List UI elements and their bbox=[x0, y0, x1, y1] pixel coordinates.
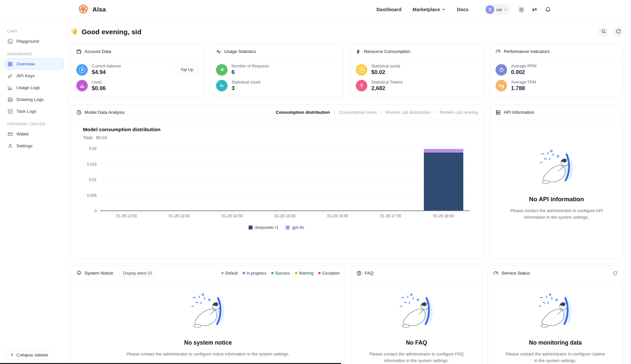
greeting-text: Good evening, sid bbox=[82, 28, 141, 36]
sidebar-item-usage-logs[interactable]: Usage Logs bbox=[4, 82, 64, 93]
gridline bbox=[100, 163, 470, 164]
legend-item-deepseek-r1[interactable]: deepseek-r1 bbox=[249, 225, 279, 230]
card-title: FAQ bbox=[365, 271, 374, 276]
key-icon bbox=[8, 73, 13, 79]
resource-consumption-card: Resource Consumption ¥ Statistical quota… bbox=[350, 44, 483, 97]
pie-chart-icon bbox=[76, 110, 82, 115]
stat-used: Used $0.06 bbox=[76, 80, 198, 92]
question-circle-icon bbox=[356, 271, 362, 276]
card-title: Resource Consumption bbox=[364, 49, 410, 54]
notifications-bell-icon[interactable] bbox=[545, 7, 551, 13]
used-bars-icon bbox=[76, 80, 88, 91]
tab-consumption-distribution[interactable]: Consumption distribution bbox=[276, 110, 330, 115]
stat-requests: Number of Requests 6 bbox=[216, 64, 338, 76]
chevron-down-icon bbox=[442, 7, 446, 12]
x-tick-label: 01-29 16:00 bbox=[311, 214, 364, 218]
refresh-button[interactable] bbox=[613, 27, 623, 37]
nav-dashboard[interactable]: Dashboard bbox=[376, 7, 401, 12]
language-translate-icon[interactable]: x̄A bbox=[532, 8, 537, 12]
avatar: S bbox=[486, 5, 494, 14]
y-tick-label: 0.015 bbox=[83, 162, 97, 167]
nav-docs[interactable]: Docs bbox=[457, 7, 468, 12]
stat-tpm: Ag Average TPM 1.788 bbox=[496, 80, 618, 92]
chart-plot bbox=[100, 149, 470, 211]
token-t-icon: T bbox=[356, 80, 367, 91]
empty-title: No FAQ bbox=[406, 339, 427, 346]
bar-segment-deepseek-r1 bbox=[424, 153, 463, 210]
chevron-down-icon bbox=[504, 7, 507, 12]
activity-icon bbox=[216, 49, 221, 54]
sidebar-item-drawing-logs[interactable]: Drawing Logs bbox=[4, 94, 64, 105]
brand-logo[interactable]: Alsa bbox=[78, 4, 106, 16]
empty-title: No system notice bbox=[184, 339, 232, 346]
y-tick-label: 0.01 bbox=[83, 178, 97, 182]
legend-item-gpt-4o[interactable]: gpt-4o bbox=[286, 225, 304, 230]
performance-indicators-card: Performance Indicators Average RPM 0.002 bbox=[490, 44, 623, 97]
nav-marketplace[interactable]: Marketplace bbox=[413, 7, 446, 12]
usage-statistics-card: Usage Statistics Number of Requests 6 bbox=[210, 44, 344, 97]
sidebar-item-task-logs[interactable]: Task Logs bbox=[4, 106, 64, 117]
x-tick-mark bbox=[390, 210, 391, 212]
main-content: Good evening, sid bbox=[68, 19, 631, 364]
waving-hand-icon bbox=[71, 27, 79, 37]
sidebar-item-api-keys[interactable]: API Keys bbox=[4, 70, 64, 81]
server-stack-icon bbox=[496, 110, 501, 115]
section-title-personal-center: PERSONAL CENTER bbox=[7, 122, 64, 126]
search-button[interactable] bbox=[598, 27, 608, 37]
gridline bbox=[100, 195, 470, 195]
x-tick-mark bbox=[232, 210, 232, 212]
theme-toggle-sun-icon[interactable] bbox=[518, 7, 524, 13]
y-axis-labels: 00.0050.010.0150.02 bbox=[83, 149, 100, 211]
x-tick-label: 01-29 13:00 bbox=[153, 214, 206, 218]
sidebar-item-settings[interactable]: Settings bbox=[4, 140, 64, 151]
x-tick-mark bbox=[126, 210, 127, 212]
empty-illustration bbox=[182, 293, 234, 332]
stat-quota: ¥ Statistical quota $0.02 bbox=[356, 64, 478, 76]
top-bar: Alsa Dashboard Marketplace Docs S sid x̄… bbox=[0, 0, 631, 19]
consumption-chart: Model consumption distribution Total:$0.… bbox=[71, 120, 483, 230]
tab-consumption-trend[interactable]: Consumption trend bbox=[339, 110, 376, 115]
api-information-card: API Information No API information Pleas… bbox=[490, 105, 623, 258]
empty-illustration bbox=[530, 149, 583, 188]
refresh-icon[interactable] bbox=[613, 271, 618, 276]
top-nav: Dashboard Marketplace Docs S sid bbox=[376, 4, 510, 15]
card-title: Account Data bbox=[85, 49, 111, 54]
x-tick-label: 01-29 18:00 bbox=[417, 214, 470, 218]
stat-current-balance: ¥ Current balance $4.94 Top Up bbox=[76, 64, 198, 76]
service-status-empty-state: No monitoring data Please contact the ad… bbox=[488, 281, 623, 364]
user-name: sid bbox=[496, 7, 502, 12]
x-tick-mark bbox=[179, 210, 180, 212]
x-axis-labels: 01-29 12:0001-29 13:0001-29 14:0001-29 1… bbox=[100, 214, 470, 218]
x-tick-label: 01-29 14:00 bbox=[206, 214, 258, 218]
card-title: System Notice bbox=[85, 271, 113, 276]
average-ag-icon: Ag bbox=[496, 80, 507, 91]
gridline bbox=[100, 148, 470, 148]
model-data-analysis-card: Model Data Analysis Consumption distribu… bbox=[71, 105, 483, 258]
refresh-icon bbox=[616, 29, 621, 35]
account-data-card: Account Data ¥ Current balance $4.94 Top… bbox=[71, 44, 204, 97]
bar-chart-icon bbox=[8, 85, 13, 90]
stopwatch-icon bbox=[496, 64, 507, 76]
top-up-button[interactable]: Top Up bbox=[175, 65, 198, 74]
pulse-icon bbox=[216, 80, 228, 91]
card-title: API Information bbox=[504, 110, 534, 115]
stat-count: Statistical count 3 bbox=[216, 80, 338, 92]
tab-models-call-distribution[interactable]: Models call distribution bbox=[386, 110, 431, 115]
collapse-sidebar-button[interactable]: Collapse sidebar bbox=[5, 350, 54, 360]
api-info-empty-state: No API information Please contact the ad… bbox=[490, 120, 623, 221]
sidebar-item-overview[interactable]: Overview bbox=[4, 59, 64, 69]
faq-card: FAQ No FAQ Please contact the administra… bbox=[351, 265, 482, 364]
sidebar-item-playground[interactable]: Playground bbox=[4, 36, 64, 47]
analysis-tabs: Consumption distribution / Consumption t… bbox=[276, 110, 478, 115]
user-menu[interactable]: S sid bbox=[484, 4, 510, 15]
faq-empty-state: No FAQ Please contact the administrator … bbox=[351, 281, 482, 364]
y-tick-label: 0.005 bbox=[83, 193, 97, 198]
wallet-card-icon bbox=[8, 132, 13, 137]
sidebar-item-wallet[interactable]: Wallet bbox=[4, 129, 64, 139]
legend-swatch bbox=[249, 226, 253, 230]
y-tick-label: 0.02 bbox=[83, 146, 97, 151]
tab-models-call-ranking[interactable]: Models call ranking bbox=[440, 110, 478, 115]
image-icon bbox=[8, 97, 13, 102]
alsa-logo-icon bbox=[78, 4, 89, 16]
x-tick-label: 01-29 17:00 bbox=[364, 214, 417, 218]
